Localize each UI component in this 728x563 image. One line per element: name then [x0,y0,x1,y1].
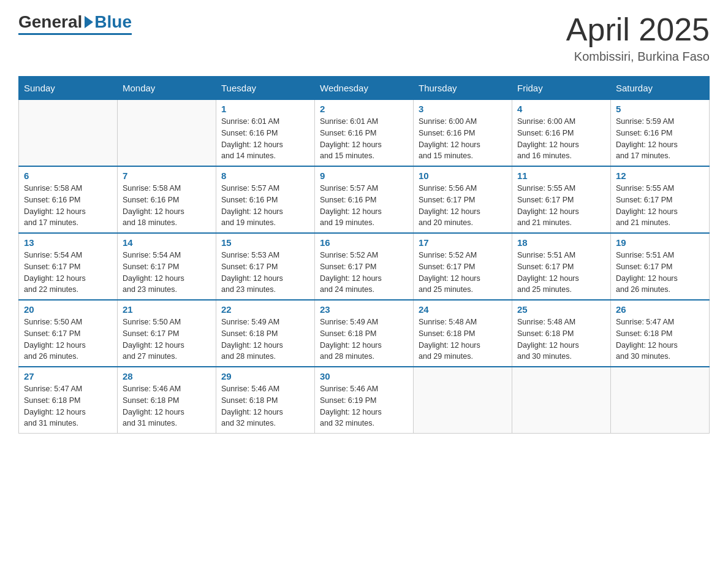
day-info: Sunrise: 5:46 AMSunset: 6:18 PMDaylight:… [221,383,309,429]
day-info: Sunrise: 5:55 AMSunset: 6:17 PMDaylight:… [616,183,704,229]
logo-blue-text: Blue [94,12,132,32]
day-info: Sunrise: 6:00 AMSunset: 6:16 PMDaylight:… [419,116,507,162]
calendar-cell: 15Sunrise: 5:53 AMSunset: 6:17 PMDayligh… [216,233,315,300]
calendar-cell [611,367,710,434]
logo-underline [18,33,132,35]
calendar-table: SundayMondayTuesdayWednesdayThursdayFrid… [18,76,710,434]
calendar-cell: 5Sunrise: 5:59 AMSunset: 6:16 PMDaylight… [611,100,710,167]
title-section: April 2025 Kombissiri, Burkina Faso [566,12,710,64]
day-info: Sunrise: 5:52 AMSunset: 6:17 PMDaylight:… [320,250,408,296]
calendar-cell [512,367,611,434]
day-number: 21 [123,304,211,315]
day-number: 16 [320,237,408,248]
day-number: 5 [616,104,704,114]
day-info: Sunrise: 6:01 AMSunset: 6:16 PMDaylight:… [221,116,309,162]
calendar-cell: 3Sunrise: 6:00 AMSunset: 6:16 PMDaylight… [414,100,512,167]
day-info: Sunrise: 5:58 AMSunset: 6:16 PMDaylight:… [123,183,211,229]
calendar-week-row-4: 20Sunrise: 5:50 AMSunset: 6:17 PMDayligh… [19,300,710,367]
calendar-cell: 7Sunrise: 5:58 AMSunset: 6:16 PMDaylight… [118,166,216,233]
day-number: 6 [24,170,112,181]
day-info: Sunrise: 5:46 AMSunset: 6:19 PMDaylight:… [320,383,408,429]
day-number: 15 [221,237,309,248]
day-info: Sunrise: 5:56 AMSunset: 6:17 PMDaylight:… [419,183,507,229]
calendar-cell: 6Sunrise: 5:58 AMSunset: 6:16 PMDaylight… [19,166,118,233]
day-number: 23 [320,304,408,315]
day-info: Sunrise: 6:00 AMSunset: 6:16 PMDaylight:… [517,116,605,162]
calendar-day-header-wednesday: Wednesday [315,77,414,100]
day-info: Sunrise: 5:57 AMSunset: 6:16 PMDaylight:… [320,183,408,229]
calendar-cell: 21Sunrise: 5:50 AMSunset: 6:17 PMDayligh… [118,300,216,367]
day-info: Sunrise: 5:55 AMSunset: 6:17 PMDaylight:… [517,183,605,229]
calendar-cell: 12Sunrise: 5:55 AMSunset: 6:17 PMDayligh… [611,166,710,233]
day-info: Sunrise: 5:46 AMSunset: 6:18 PMDaylight:… [123,383,211,429]
day-number: 2 [320,104,408,114]
day-number: 3 [419,104,507,114]
day-info: Sunrise: 5:48 AMSunset: 6:18 PMDaylight:… [517,316,605,362]
calendar-week-row-1: 1Sunrise: 6:01 AMSunset: 6:16 PMDaylight… [19,100,710,167]
calendar-cell: 13Sunrise: 5:54 AMSunset: 6:17 PMDayligh… [19,233,118,300]
day-number: 10 [419,170,507,181]
calendar-day-header-saturday: Saturday [611,77,710,100]
day-info: Sunrise: 5:53 AMSunset: 6:17 PMDaylight:… [221,250,309,296]
calendar-cell: 22Sunrise: 5:49 AMSunset: 6:18 PMDayligh… [216,300,315,367]
day-number: 29 [221,371,309,381]
calendar-header-row: SundayMondayTuesdayWednesdayThursdayFrid… [19,77,710,100]
day-number: 8 [221,170,309,181]
calendar-cell: 17Sunrise: 5:52 AMSunset: 6:17 PMDayligh… [414,233,512,300]
logo-general-text: General [18,12,82,32]
day-info: Sunrise: 5:48 AMSunset: 6:18 PMDaylight:… [419,316,507,362]
calendar-week-row-2: 6Sunrise: 5:58 AMSunset: 6:16 PMDaylight… [19,166,710,233]
day-number: 27 [24,371,112,381]
calendar-cell: 23Sunrise: 5:49 AMSunset: 6:18 PMDayligh… [315,300,414,367]
day-number: 4 [517,104,605,114]
calendar-cell: 30Sunrise: 5:46 AMSunset: 6:19 PMDayligh… [315,367,414,434]
day-number: 25 [517,304,605,315]
calendar-day-header-tuesday: Tuesday [216,77,315,100]
calendar-cell: 25Sunrise: 5:48 AMSunset: 6:18 PMDayligh… [512,300,611,367]
day-info: Sunrise: 5:49 AMSunset: 6:18 PMDaylight:… [221,316,309,362]
day-info: Sunrise: 5:47 AMSunset: 6:18 PMDaylight:… [24,383,112,429]
calendar-day-header-sunday: Sunday [19,77,118,100]
day-number: 9 [320,170,408,181]
calendar-cell: 9Sunrise: 5:57 AMSunset: 6:16 PMDaylight… [315,166,414,233]
day-number: 13 [24,237,112,248]
calendar-cell [118,100,216,167]
day-info: Sunrise: 5:58 AMSunset: 6:16 PMDaylight:… [24,183,112,229]
calendar-cell: 16Sunrise: 5:52 AMSunset: 6:17 PMDayligh… [315,233,414,300]
location-subtitle: Kombissiri, Burkina Faso [566,50,710,64]
calendar-cell: 14Sunrise: 5:54 AMSunset: 6:17 PMDayligh… [118,233,216,300]
calendar-week-row-3: 13Sunrise: 5:54 AMSunset: 6:17 PMDayligh… [19,233,710,300]
day-info: Sunrise: 5:51 AMSunset: 6:17 PMDaylight:… [616,250,704,296]
logo-arrow-icon [85,16,93,28]
calendar-cell: 26Sunrise: 5:47 AMSunset: 6:18 PMDayligh… [611,300,710,367]
day-number: 17 [419,237,507,248]
day-number: 1 [221,104,309,114]
day-number: 26 [616,304,704,315]
day-info: Sunrise: 5:50 AMSunset: 6:17 PMDaylight:… [123,316,211,362]
calendar-cell: 20Sunrise: 5:50 AMSunset: 6:17 PMDayligh… [19,300,118,367]
day-number: 22 [221,304,309,315]
day-info: Sunrise: 5:49 AMSunset: 6:18 PMDaylight:… [320,316,408,362]
calendar-cell: 4Sunrise: 6:00 AMSunset: 6:16 PMDaylight… [512,100,611,167]
day-number: 14 [123,237,211,248]
day-number: 12 [616,170,704,181]
month-title: April 2025 [566,12,710,47]
page-header: General Blue April 2025 Kombissiri, Burk… [18,12,710,64]
calendar-cell: 27Sunrise: 5:47 AMSunset: 6:18 PMDayligh… [19,367,118,434]
day-info: Sunrise: 6:01 AMSunset: 6:16 PMDaylight:… [320,116,408,162]
day-info: Sunrise: 5:51 AMSunset: 6:17 PMDaylight:… [517,250,605,296]
calendar-cell: 24Sunrise: 5:48 AMSunset: 6:18 PMDayligh… [414,300,512,367]
day-info: Sunrise: 5:54 AMSunset: 6:17 PMDaylight:… [24,250,112,296]
day-number: 28 [123,371,211,381]
calendar-cell: 1Sunrise: 6:01 AMSunset: 6:16 PMDaylight… [216,100,315,167]
logo: General Blue [18,12,132,35]
calendar-day-header-friday: Friday [512,77,611,100]
day-number: 24 [419,304,507,315]
day-number: 20 [24,304,112,315]
calendar-day-header-thursday: Thursday [414,77,512,100]
day-info: Sunrise: 5:57 AMSunset: 6:16 PMDaylight:… [221,183,309,229]
calendar-cell [19,100,118,167]
calendar-cell: 29Sunrise: 5:46 AMSunset: 6:18 PMDayligh… [216,367,315,434]
calendar-cell: 2Sunrise: 6:01 AMSunset: 6:16 PMDaylight… [315,100,414,167]
calendar-cell: 18Sunrise: 5:51 AMSunset: 6:17 PMDayligh… [512,233,611,300]
